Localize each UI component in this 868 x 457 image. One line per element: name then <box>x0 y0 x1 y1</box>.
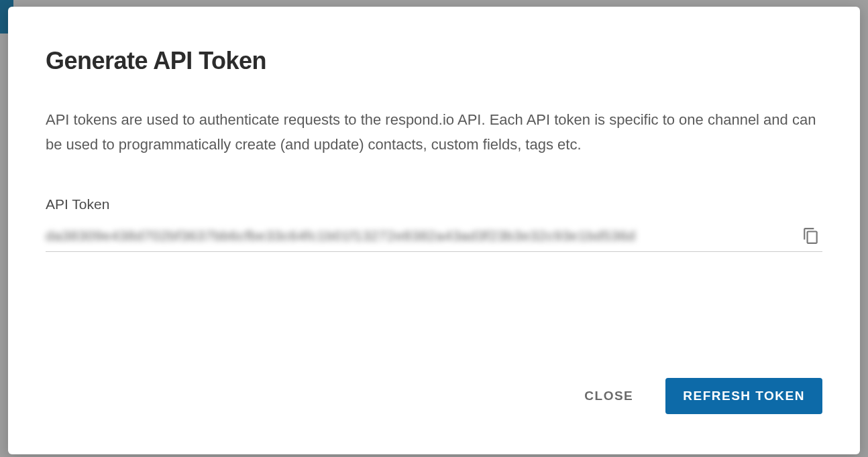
api-token-row: da38309e438d702bf3637bb6cfbe33c64fc1b01f… <box>46 224 822 252</box>
modal-actions: CLOSE REFRESH TOKEN <box>46 378 822 428</box>
generate-api-token-modal: Generate API Token API tokens are used t… <box>8 7 860 454</box>
copy-token-button[interactable] <box>800 224 822 247</box>
modal-description: API tokens are used to authenticate requ… <box>46 107 822 157</box>
copy-icon <box>802 227 820 245</box>
close-button[interactable]: CLOSE <box>579 381 639 411</box>
api-token-value[interactable]: da38309e438d702bf3637bb6cfbe33c64fc1b01f… <box>46 228 793 244</box>
modal-title: Generate API Token <box>46 47 822 75</box>
modal-overlay: Generate API Token API tokens are used t… <box>0 0 868 457</box>
refresh-token-button[interactable]: REFRESH TOKEN <box>665 378 822 414</box>
api-token-label: API Token <box>46 196 822 212</box>
